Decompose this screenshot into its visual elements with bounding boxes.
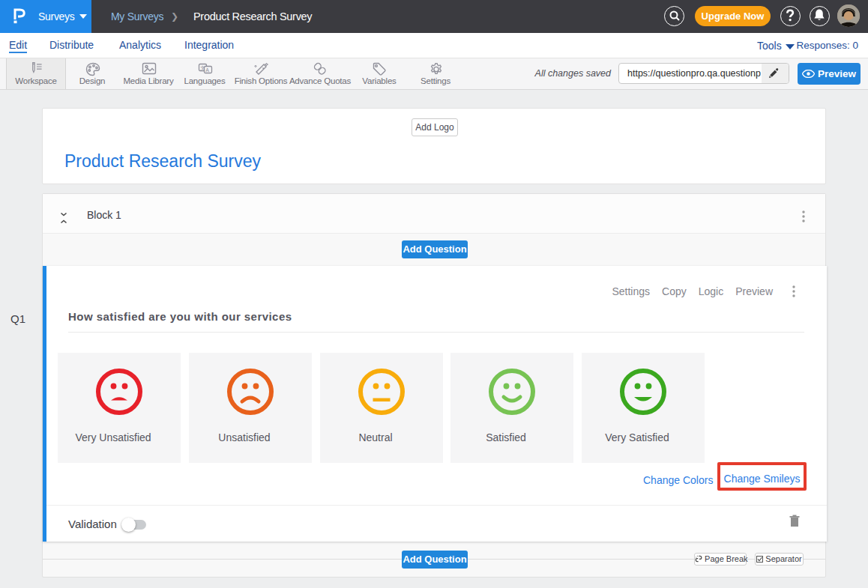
svg-text:文: 文: [200, 65, 205, 70]
svg-text:A: A: [205, 67, 209, 73]
